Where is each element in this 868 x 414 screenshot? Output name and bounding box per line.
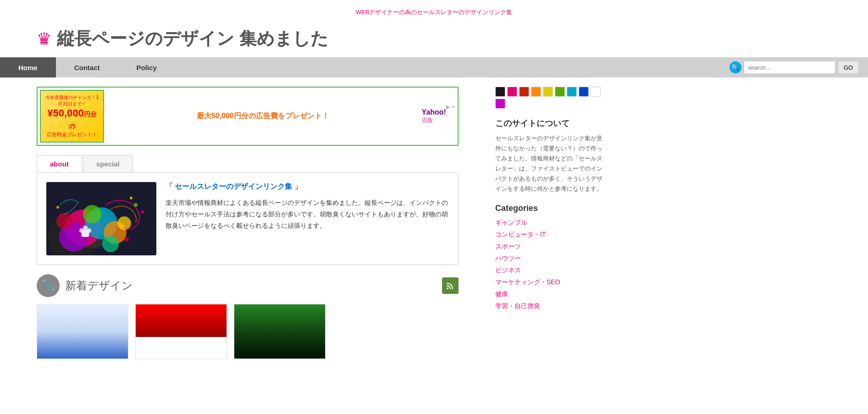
content-area: 今年度最後のチャンス！3月31日まで！ ¥50,000円分の 広告料金プレゼント…	[9, 87, 486, 359]
new-designs-header: 📎 新着デザイン	[37, 274, 459, 297]
tab-text-body: 楽天市場や情報商材によくある縦長ページのデザインを集めました。縦長ページは、イン…	[166, 197, 449, 232]
search-go-button[interactable]: GO	[838, 61, 859, 74]
svg-point-17	[134, 203, 138, 207]
svg-point-14	[87, 228, 91, 233]
tab-content: 「 セールスレターのデザインリンク集 」 楽天市場や情報商材によくある縦長ページ…	[37, 172, 459, 265]
search-icon: 🔍	[730, 61, 741, 73]
new-designs-section: 📎 新着デザイン	[37, 274, 459, 359]
tab-image	[46, 182, 156, 255]
category-link[interactable]: コンピュータ・IT	[495, 231, 605, 239]
color-swatch[interactable]	[555, 87, 565, 97]
svg-point-19	[141, 210, 144, 213]
color-swatch[interactable]	[543, 87, 553, 97]
color-swatch[interactable]	[531, 87, 541, 97]
search-input[interactable]	[744, 61, 835, 74]
tab-text-title: 「 セールスレターのデザインリンク集 」	[166, 182, 449, 192]
sidebar: このサイトについて セールスレターのデザインリンク集が意外にもなかった（需要ない…	[495, 87, 605, 359]
category-link[interactable]: ギャンブル	[495, 219, 605, 227]
color-swatch[interactable]	[591, 87, 601, 97]
svg-point-20	[56, 206, 59, 209]
svg-point-8	[56, 213, 73, 229]
color-swatch[interactable]	[519, 87, 529, 97]
about-site-text: セールスレターのデザインリンク集が意外にもなかった（需要ない？）ので作ってみまし…	[495, 133, 605, 194]
category-link[interactable]: マーケティング・SEO	[495, 278, 605, 287]
svg-point-7	[83, 205, 101, 223]
new-designs-title-wrap: 📎 新着デザイン	[37, 274, 133, 297]
ad-right: Yahoo! 広告	[422, 108, 446, 124]
nav-left: Home Contact Policy	[0, 57, 730, 77]
svg-point-12	[83, 226, 88, 230]
category-link[interactable]: ハウツー	[495, 254, 605, 263]
ad-yahoo-sub: 広告	[422, 116, 446, 124]
thumbnails	[37, 304, 459, 359]
nav-contact[interactable]: Contact	[56, 57, 118, 77]
header: WEBデザイナーの為のセールスレターのデザインリンク集 ♛ 縦長ページのデザイン…	[0, 0, 868, 57]
ad-top-text: 今年度最後のチャンス！3月31日まで！	[44, 94, 100, 107]
svg-point-13	[79, 228, 84, 233]
site-tagline: WEBデザイナーの為のセールスレターのデザインリンク集	[9, 5, 859, 20]
nav-home[interactable]: Home	[0, 57, 56, 77]
svg-point-15	[81, 233, 85, 237]
about-site: このサイトについて セールスレターのデザインリンク集が意外にもなかった（需要ない…	[495, 118, 605, 194]
new-designs-title: 新着デザイン	[65, 278, 133, 293]
ad-center-text: 最大50,000円分の広告費をプレゼント！	[104, 111, 422, 121]
nav-bar: Home Contact Policy 🔍 GO	[0, 57, 868, 77]
tabs-area: about special	[37, 155, 459, 265]
category-link[interactable]: ビジネス	[495, 266, 605, 275]
thumb-2[interactable]	[135, 304, 227, 359]
svg-point-21	[124, 237, 129, 242]
svg-point-22	[447, 287, 448, 289]
nav-policy[interactable]: Policy	[118, 57, 175, 77]
ad-banner: 今年度最後のチャンス！3月31日まで！ ¥50,000円分の 広告料金プレゼント…	[37, 87, 459, 146]
ad-close-area: ▶ ✕	[446, 104, 455, 128]
tab-text-content: 「 セールスレターのデザインリンク集 」 楽天市場や情報商材によくある縦長ページ…	[166, 182, 449, 232]
crown-icon: ♛	[37, 29, 51, 49]
thumb-3[interactable]	[234, 304, 326, 359]
site-title-area: ♛ 縦長ページのデザイン 集めました	[9, 20, 859, 57]
svg-point-10	[102, 236, 119, 252]
color-swatch[interactable]	[507, 87, 517, 97]
svg-point-18	[130, 197, 133, 199]
color-swatch[interactable]	[495, 87, 505, 97]
category-link[interactable]: 学習・自己啓発	[495, 302, 605, 310]
color-swatch[interactable]	[495, 99, 505, 109]
svg-point-16	[86, 233, 89, 237]
tab-special[interactable]: special	[83, 155, 133, 172]
category-link[interactable]: スポーツ	[495, 243, 605, 251]
color-swatch[interactable]	[579, 87, 589, 97]
thumb-1[interactable]	[37, 304, 128, 359]
rss-icon[interactable]	[442, 277, 459, 294]
nav-search: 🔍 GO	[730, 61, 859, 74]
color-swatches	[495, 87, 605, 109]
tab-about[interactable]: about	[37, 155, 82, 172]
about-site-title: このサイトについて	[495, 118, 605, 129]
categories-section: Categories ギャンブルコンピュータ・ITスポーツハウツービジネスマーケ…	[495, 204, 605, 310]
categories-title: Categories	[495, 204, 605, 213]
site-title: 縦長ページのデザイン 集めました	[57, 27, 328, 50]
clip-icon: 📎	[37, 274, 60, 297]
ad-left: 今年度最後のチャンス！3月31日まで！ ¥50,000円分の 広告料金プレゼント…	[40, 90, 104, 143]
category-links: ギャンブルコンピュータ・ITスポーツハウツービジネスマーケティング・SEO健康学…	[495, 219, 605, 310]
category-link[interactable]: 健康	[495, 290, 605, 298]
tabs: about special	[37, 155, 459, 172]
ad-yahoo-logo: Yahoo!	[422, 108, 446, 116]
ad-amount: ¥50,000円分の	[44, 107, 100, 131]
color-swatch[interactable]	[567, 87, 577, 97]
main-wrap: 今年度最後のチャンス！3月31日まで！ ¥50,000円分の 広告料金プレゼント…	[0, 77, 868, 368]
tab-decorative-image	[46, 182, 156, 255]
ad-bottom-text: 広告料金プレゼント！	[44, 131, 100, 138]
